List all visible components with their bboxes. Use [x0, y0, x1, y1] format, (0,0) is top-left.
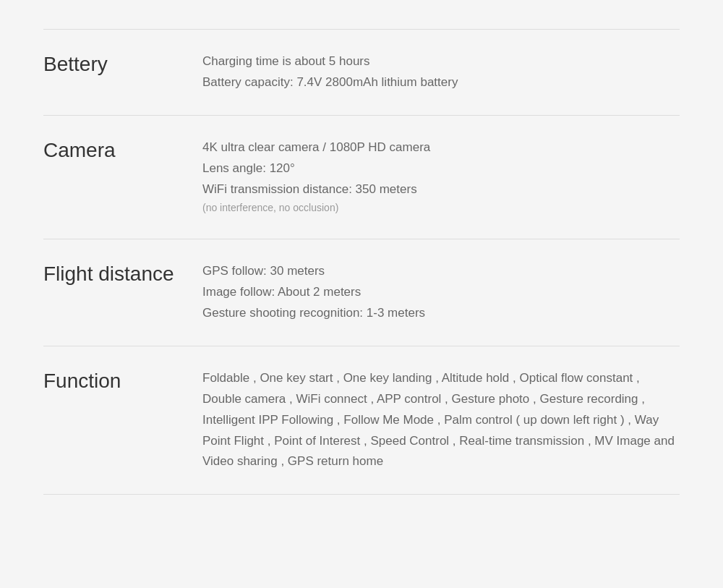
spec-label-camera: Camera [43, 137, 202, 163]
spec-row-camera: Camera4K ultra clear camera / 1080P HD c… [43, 116, 680, 239]
spec-line: 4K ultra clear camera / 1080P HD camera [202, 137, 680, 158]
spec-row-function: FunctionFoldable , One key start , One k… [43, 346, 680, 495]
spec-line: Foldable , One key start , One key landi… [202, 368, 680, 472]
spec-label-flight-distance: Flight distance [43, 261, 202, 287]
spec-line: WiFi transmission distance: 350 meters [202, 179, 680, 200]
spec-row-battery: BetteryCharging time is about 5 hoursBat… [43, 29, 680, 116]
spec-list: BetteryCharging time is about 5 hoursBat… [43, 29, 680, 495]
spec-label-battery: Bettery [43, 51, 202, 77]
spec-line: Charging time is about 5 hours [202, 51, 680, 72]
spec-line: Gesture shooting recognition: 1-3 meters [202, 303, 680, 324]
spec-line: Image follow: About 2 meters [202, 282, 680, 303]
spec-value-battery: Charging time is about 5 hoursBattery ca… [202, 51, 680, 93]
spec-line: GPS follow: 30 meters [202, 261, 680, 282]
spec-value-flight-distance: GPS follow: 30 metersImage follow: About… [202, 261, 680, 324]
spec-line: Lens angle: 120° [202, 158, 680, 179]
spec-line: Battery capacity: 7.4V 2800mAh lithium b… [202, 72, 680, 93]
spec-row-flight-distance: Flight distanceGPS follow: 30 metersImag… [43, 239, 680, 346]
spec-value-function: Foldable , One key start , One key landi… [202, 368, 680, 472]
spec-value-camera: 4K ultra clear camera / 1080P HD cameraL… [202, 137, 680, 217]
spec-note: (no interference, no occlusion) [202, 200, 680, 217]
spec-label-function: Function [43, 368, 202, 394]
